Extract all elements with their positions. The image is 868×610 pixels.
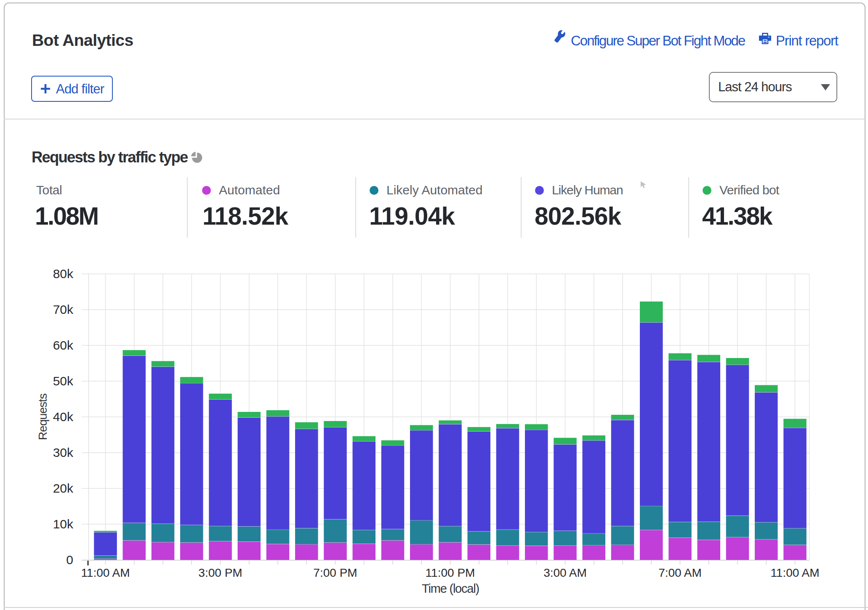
svg-text:7:00 PM: 7:00 PM	[313, 566, 357, 579]
svg-text:20k: 20k	[53, 481, 74, 495]
svg-text:50k: 50k	[53, 374, 74, 388]
svg-text:7:00 AM: 7:00 AM	[658, 566, 702, 579]
svg-text:11:00 AM: 11:00 AM	[770, 566, 819, 579]
svg-text:Requests: Requests	[36, 394, 49, 440]
svg-text:10k: 10k	[53, 517, 74, 531]
svg-text:60k: 60k	[53, 338, 74, 352]
svg-text:80k: 80k	[53, 267, 74, 281]
svg-text:70k: 70k	[53, 302, 74, 316]
svg-text:11:00 PM: 11:00 PM	[426, 566, 475, 579]
svg-text:3:00 PM: 3:00 PM	[198, 566, 242, 579]
svg-text:3:00 AM: 3:00 AM	[543, 566, 587, 579]
svg-text:Time (local): Time (local)	[422, 582, 479, 595]
svg-text:11:00 AM: 11:00 AM	[81, 566, 130, 579]
svg-text:30k: 30k	[53, 446, 74, 459]
svg-text:0: 0	[66, 553, 73, 567]
svg-text:40k: 40k	[53, 410, 74, 424]
